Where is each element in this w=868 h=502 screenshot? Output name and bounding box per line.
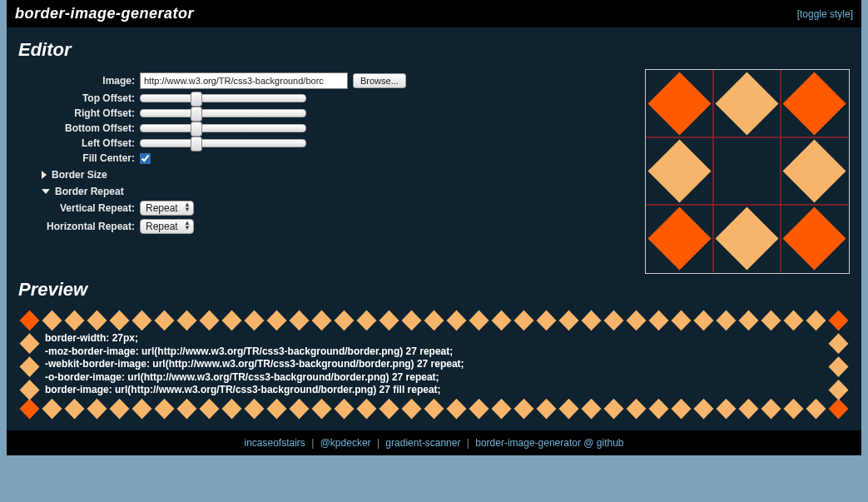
border-repeat-toggle[interactable]: Border Repeat [42,186,608,197]
footer-link[interactable]: gradient-scanner [385,437,460,449]
svg-marker-52 [469,311,489,331]
svg-marker-33 [245,399,265,420]
svg-marker-63 [582,399,602,420]
image-input[interactable] [140,72,348,89]
border-repeat-label: Border Repeat [55,186,124,197]
svg-marker-53 [469,399,489,420]
svg-marker-35 [267,399,287,420]
top-offset-label: Top Offset: [18,92,135,104]
svg-marker-83 [806,399,826,420]
chevron-down-icon [42,189,50,194]
svg-marker-61 [559,399,579,420]
slider-thumb[interactable] [191,107,202,122]
form-column: Image: Browse... Top Offset: Right Offse… [18,69,608,274]
svg-marker-17 [65,399,85,420]
main-area: Editor Image: Browse... Top Offset: Righ… [7,27,861,430]
vertical-repeat-select[interactable]: Repeat [140,201,194,216]
svg-marker-48 [424,311,444,331]
browse-button[interactable]: Browse... [353,73,406,88]
svg-marker-0 [648,72,712,136]
svg-marker-38 [312,311,332,331]
css-line: border-width: 27px; [45,332,826,345]
top-offset-slider[interactable] [140,94,306,102]
svg-marker-18 [87,311,107,331]
footer-link[interactable]: border-image-generator @ github [475,437,623,449]
svg-marker-65 [604,399,624,420]
css-line: -webkit-border-image: url(http://www.w3.… [45,358,826,371]
svg-marker-22 [132,311,152,331]
field-vertical-repeat: Vertical Repeat: Repeat ▲▼ [18,201,608,216]
svg-marker-79 [761,399,781,420]
field-fill-center: Fill Center: [18,152,608,164]
svg-marker-51 [447,399,467,420]
horizontal-repeat-label: Horizontal Repeat: [18,221,135,232]
svg-marker-88 [20,356,40,377]
field-right-offset: Right Offset: [18,107,608,119]
svg-marker-91 [829,380,849,400]
svg-marker-58 [537,311,557,331]
slider-thumb[interactable] [191,92,202,107]
svg-marker-12 [20,311,40,331]
svg-marker-74 [717,311,737,331]
svg-marker-82 [806,311,826,331]
right-offset-slider[interactable] [140,109,306,117]
svg-marker-21 [110,399,130,420]
svg-marker-30 [222,311,242,331]
field-left-offset: Left Offset: [18,137,608,149]
svg-marker-42 [357,311,377,331]
svg-marker-5 [648,207,712,271]
image-label: Image: [18,75,135,87]
svg-marker-24 [155,311,175,331]
chevron-right-icon [42,171,47,179]
svg-marker-57 [514,399,534,420]
svg-marker-72 [694,311,714,331]
svg-marker-40 [335,311,355,331]
slider-thumb[interactable] [191,122,202,137]
fill-center-checkbox[interactable] [140,153,151,164]
app-title: border-image-generator [15,5,194,22]
svg-marker-34 [267,311,287,331]
svg-marker-62 [582,311,602,331]
border-image-preview [645,69,850,274]
footer-link[interactable]: @kpdecker [320,437,371,449]
field-top-offset: Top Offset: [18,92,608,104]
field-image: Image: Browse... [18,72,608,89]
slider-thumb[interactable] [191,137,202,152]
footer: incaseofstairs | @kpdecker | gradient-sc… [7,430,861,455]
svg-marker-13 [20,399,40,420]
svg-marker-1 [716,72,779,136]
preview-section: Preview border-width: 27px; -moz-border-… [18,279,850,420]
svg-marker-86 [20,333,40,354]
fill-center-label: Fill Center: [18,152,135,164]
css-line: -o-border-image: url(http://www.w3.org/T… [45,371,826,385]
svg-marker-59 [537,399,557,420]
svg-marker-70 [672,311,692,331]
toggle-style-link[interactable]: [toggle style] [797,8,853,20]
svg-marker-47 [402,399,422,420]
svg-marker-75 [717,399,737,420]
footer-link[interactable]: incaseofstairs [244,437,305,449]
field-bottom-offset: Bottom Offset: [18,122,608,134]
header-bar: border-image-generator [toggle style] [7,0,861,27]
svg-marker-23 [132,399,152,420]
editor-body: Image: Browse... Top Offset: Right Offse… [18,69,850,274]
horizontal-repeat-select[interactable]: Repeat [140,219,194,234]
svg-marker-4 [783,140,846,203]
preview-heading: Preview [18,279,850,301]
svg-marker-7 [783,207,846,271]
svg-marker-20 [110,311,130,331]
left-offset-label: Left Offset: [18,137,135,149]
right-offset-label: Right Offset: [18,107,135,119]
border-size-toggle[interactable]: Border Size [42,169,608,181]
left-offset-slider[interactable] [140,139,306,147]
svg-marker-78 [761,311,781,331]
svg-marker-2 [783,72,846,136]
image-preview-column [633,69,850,274]
app-frame: border-image-generator [toggle style] Ed… [7,0,861,455]
bottom-offset-slider[interactable] [140,124,306,132]
field-horizontal-repeat: Horizontal Repeat: Repeat ▲▼ [18,219,608,234]
svg-marker-84 [829,311,849,331]
preview-border-box: border-width: 27px; -moz-border-image: u… [18,309,850,420]
bottom-offset-label: Bottom Offset: [18,122,135,134]
svg-marker-16 [65,311,85,331]
